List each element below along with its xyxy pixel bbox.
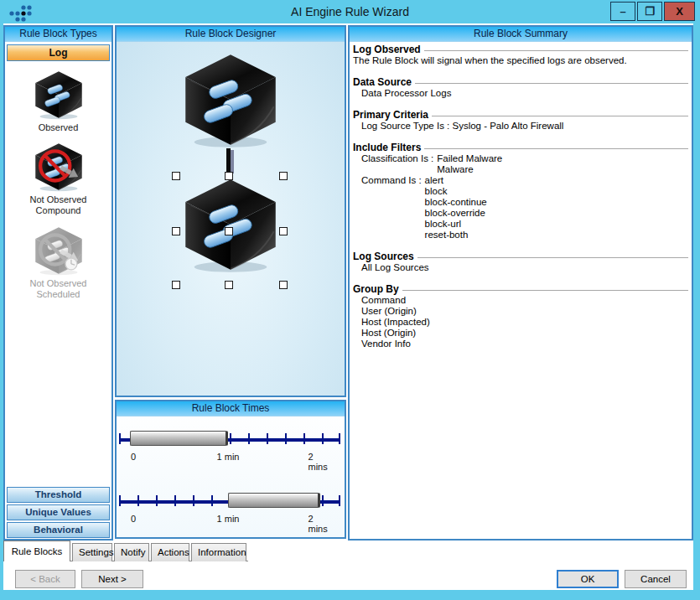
filter-value: block-url — [425, 219, 487, 230]
rule-block-summary-panel: Rule Block Summary Log Observed The Rule… — [348, 25, 693, 541]
filter-value: Malware — [437, 164, 502, 175]
filter-label: Command Is : — [361, 175, 422, 241]
tab-notify[interactable]: Notify — [114, 543, 149, 561]
maximize-button[interactable]: ❐ — [637, 2, 662, 21]
block-connector-shadow — [231, 150, 234, 173]
rule-block-times-header: Rule Block Times — [117, 401, 345, 416]
summary-body: Log Observed The Rule Block will signal … — [350, 42, 692, 539]
summary-section-data-source: Data Source Data Processor Logs — [353, 77, 688, 99]
filter-value: Failed Malware — [437, 153, 502, 164]
designer-upper-rule-block-cube-icon[interactable] — [179, 53, 283, 148]
log-category-button[interactable]: Log — [7, 44, 110, 61]
minimize-button[interactable]: – — [610, 2, 635, 21]
section-rule — [415, 83, 688, 85]
group-by-field: Vendor Info — [361, 339, 688, 349]
group-by-field: Host (Impacted) — [361, 317, 688, 328]
time-slider-1: 0 1 min 2 mins — [117, 418, 345, 468]
section-line: Log Source Type Is : Syslog - Palo Alto … — [361, 121, 688, 132]
filter-label: Classification Is : — [361, 153, 433, 175]
group-by-field: User (Origin) — [361, 306, 688, 317]
unique-values-category-button[interactable]: Unique Values — [7, 504, 110, 520]
selection-handle-bottom-right[interactable] — [279, 281, 288, 289]
summary-section-include-filters: Include Filters Classification Is : Fail… — [353, 142, 688, 241]
close-button[interactable]: X — [664, 2, 695, 21]
time-slider-2-bar[interactable] — [228, 493, 320, 508]
time-slider-2-label-1min: 1 min — [217, 514, 240, 524]
rule-block-designer-header: Rule Block Designer — [117, 27, 345, 42]
time-slider-1-label-2mins: 2 mins — [309, 452, 333, 472]
time-slider-1-label-0: 0 — [131, 452, 136, 462]
cancel-button[interactable]: Cancel — [625, 570, 687, 588]
section-title: Log Observed — [353, 44, 421, 55]
selection-handle-bottom-center[interactable] — [225, 281, 233, 289]
behavioral-category-button[interactable]: Behavioral — [7, 522, 110, 538]
section-line: The Rule Block will signal when the spec… — [353, 55, 688, 66]
window-title: AI Engine Rule Wizard — [0, 5, 700, 18]
tab-actions[interactable]: Actions — [151, 543, 189, 561]
tab-rule-blocks[interactable]: Rule Blocks — [3, 541, 70, 561]
log-not-observed-scheduled-icon — [32, 226, 86, 276]
group-by-field: Host (Origin) — [361, 328, 688, 339]
section-title: Primary Criteria — [353, 110, 428, 121]
section-title: Group By — [353, 284, 399, 295]
rule-type-not-observed-scheduled[interactable]: Not Observed Scheduled — [5, 226, 111, 300]
tab-information[interactable]: Information — [191, 543, 246, 561]
time-slider-1-label-1min: 1 min — [217, 452, 240, 462]
rule-block-types-header: Rule Block Types — [5, 27, 111, 42]
rule-type-observed[interactable]: Observed — [5, 70, 111, 133]
rule-type-not-observed-compound-label: Not Observed Compound — [5, 194, 111, 216]
section-line: All Log Sources — [361, 262, 688, 273]
filter-classification: Classification Is : Failed Malware Malwa… — [361, 153, 688, 175]
window-controls: – ❐ X — [610, 2, 695, 21]
summary-section-log-sources: Log Sources All Log Sources — [353, 251, 688, 273]
section-title: Include Filters — [353, 142, 421, 153]
filter-command: Command Is : alert block block-continue … — [361, 175, 688, 241]
summary-section-group-by: Group By Command User (Origin) Host (Imp… — [353, 284, 688, 349]
section-rule — [402, 290, 688, 292]
filter-value: block — [425, 186, 487, 197]
group-by-field: Command — [361, 295, 688, 306]
rule-block-summary-header: Rule Block Summary — [350, 27, 692, 42]
selection-handle-middle-center[interactable] — [225, 227, 233, 235]
log-not-observed-compound-icon — [32, 142, 86, 192]
ok-button[interactable]: OK — [557, 570, 619, 588]
rule-type-observed-label: Observed — [5, 122, 111, 133]
designer-selected-rule-block-cube-icon[interactable] — [179, 178, 283, 273]
next-button[interactable]: Next > — [81, 570, 143, 588]
filter-value: alert — [425, 175, 487, 186]
titlebar: AI Engine Rule Wizard – ❐ X — [0, 0, 700, 23]
time-slider-2-label-2mins: 2 mins — [309, 514, 333, 534]
section-rule — [432, 116, 688, 117]
section-rule — [424, 148, 688, 150]
designer-canvas[interactable] — [117, 42, 345, 396]
time-slider-2: 0 1 min 2 mins — [117, 480, 345, 530]
filter-value: reset-both — [425, 230, 487, 241]
wizard-window: AI Engine Rule Wizard – ❐ X Rule Block T… — [0, 0, 700, 600]
section-title: Log Sources — [353, 251, 414, 262]
wizard-dialog: Rule Block Types Log Observed Not Observ… — [3, 23, 693, 590]
rule-block-types-panel: Rule Block Types Log Observed Not Observ… — [3, 25, 113, 541]
selection-handle-bottom-left[interactable] — [172, 281, 180, 289]
filter-value: block-continue — [425, 197, 487, 208]
section-title: Data Source — [353, 77, 412, 88]
threshold-category-button[interactable]: Threshold — [7, 487, 110, 503]
rule-type-not-observed-scheduled-label: Not Observed Scheduled — [5, 278, 111, 300]
time-slider-2-label-0: 0 — [131, 514, 136, 524]
log-observed-cube-icon — [32, 70, 86, 120]
rule-type-not-observed-compound[interactable]: Not Observed Compound — [5, 142, 111, 216]
summary-section-primary-criteria: Primary Criteria Log Source Type Is : Sy… — [353, 110, 688, 132]
section-rule — [424, 50, 688, 52]
rule-block-designer-panel: Rule Block Designer — [115, 25, 346, 397]
back-button[interactable]: < Back — [15, 570, 75, 588]
time-slider-1-bar[interactable] — [130, 431, 228, 446]
section-line: Data Processor Logs — [361, 88, 688, 99]
tab-settings[interactable]: Settings — [72, 543, 112, 561]
section-rule — [417, 257, 688, 259]
summary-section-log-observed: Log Observed The Rule Block will signal … — [353, 44, 688, 66]
rule-block-times-panel: Rule Block Times 0 1 min 2 mins — [115, 400, 346, 539]
wizard-tab-strip: Rule Blocks Settings Notify Actions Info… — [3, 541, 248, 561]
filter-value: block-override — [425, 208, 487, 219]
